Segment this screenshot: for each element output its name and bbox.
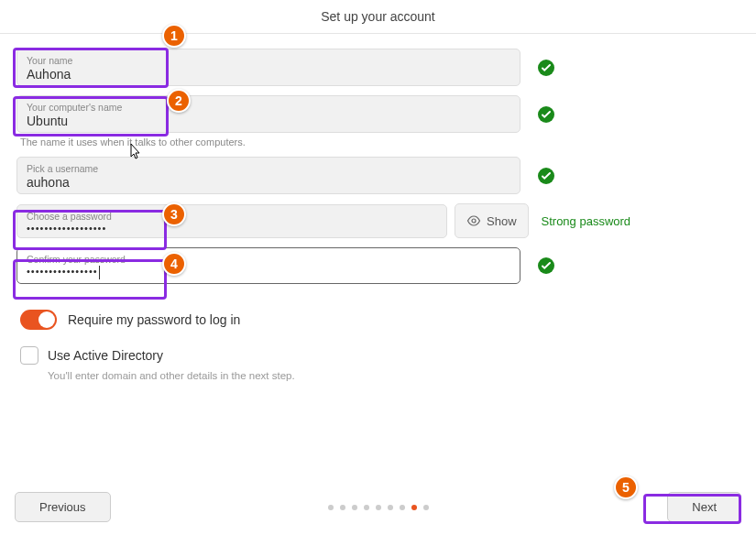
username-value[interactable]: auhona	[27, 175, 510, 190]
computer-helper: The name it uses when it talks to other …	[20, 136, 740, 147]
step-dot	[364, 505, 369, 510]
check-icon	[537, 105, 555, 124]
step-dot	[352, 505, 357, 510]
eye-icon	[466, 213, 481, 228]
active-directory-helper: You'll enter domain and other details in…	[48, 370, 740, 381]
username-row: Pick a username auhona	[16, 157, 740, 194]
step-dot	[423, 505, 429, 510]
annotation-badge-3: 3	[162, 202, 186, 226]
active-directory-label: Use Active Directory	[48, 348, 163, 363]
show-password-button[interactable]: Show	[455, 203, 529, 238]
username-label: Pick a username	[27, 163, 510, 174]
step-dot	[388, 505, 393, 510]
computer-input[interactable]: Your computer's name Ubuntu	[16, 95, 520, 133]
computer-row: Your computer's name Ubuntu	[16, 95, 740, 133]
annotation-badge-2: 2	[167, 89, 191, 113]
confirm-value[interactable]: ••••••••••••••••	[27, 266, 510, 279]
footer: Previous Next	[0, 492, 756, 522]
password-strength: Strong password	[542, 214, 631, 228]
computer-value[interactable]: Ubuntu	[27, 114, 510, 128]
computer-label: Your computer's name	[27, 102, 510, 113]
active-directory-row: Use Active Directory	[20, 346, 740, 365]
require-password-toggle-row: Require my password to log in	[20, 310, 740, 330]
step-indicator	[328, 505, 429, 510]
confirm-row: Confirm your password ••••••••••••••••	[16, 247, 740, 284]
next-button[interactable]: Next	[667, 492, 741, 522]
active-directory-checkbox[interactable]	[20, 346, 38, 365]
confirm-input[interactable]: Confirm your password ••••••••••••••••	[16, 247, 520, 284]
page-title: Set up your account	[0, 0, 756, 34]
require-password-label: Require my password to log in	[68, 312, 240, 327]
require-password-switch[interactable]	[20, 310, 57, 330]
name-row: Your name Auhona	[16, 49, 740, 86]
check-icon	[537, 257, 555, 275]
check-icon	[537, 167, 555, 185]
show-label: Show	[487, 214, 517, 228]
password-value[interactable]: ••••••••••••••••••	[27, 223, 437, 234]
password-label: Choose a password	[27, 211, 437, 222]
step-dot	[340, 505, 345, 510]
check-icon	[537, 59, 555, 77]
username-input[interactable]: Pick a username auhona	[16, 157, 520, 194]
name-value[interactable]: Auhona	[27, 67, 510, 82]
previous-button[interactable]: Previous	[15, 492, 111, 522]
step-dot	[376, 505, 381, 510]
annotation-badge-4: 4	[162, 252, 186, 276]
confirm-label: Confirm your password	[27, 254, 510, 265]
annotation-badge-5: 5	[614, 475, 638, 499]
password-row: Choose a password •••••••••••••••••• Sho…	[16, 203, 740, 238]
name-input[interactable]: Your name Auhona	[16, 49, 520, 86]
name-label: Your name	[27, 55, 510, 66]
step-dot	[400, 505, 405, 510]
annotation-badge-1: 1	[162, 24, 186, 48]
password-input[interactable]: Choose a password ••••••••••••••••••	[16, 204, 447, 238]
step-dot-active	[411, 505, 417, 510]
svg-point-3	[472, 219, 476, 223]
step-dot	[328, 505, 334, 510]
